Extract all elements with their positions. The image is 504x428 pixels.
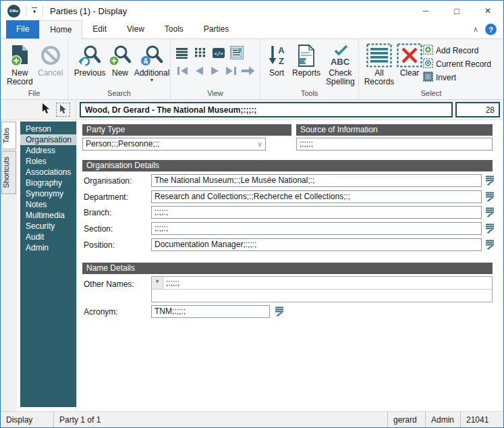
- reports-label: Reports: [292, 69, 320, 78]
- last-record-icon[interactable]: [223, 65, 239, 78]
- lookup-list-icon[interactable]: [484, 191, 495, 202]
- sort-icon: AZ: [267, 43, 287, 68]
- tab-view[interactable]: View: [117, 20, 155, 38]
- acronym-label: Acronym:: [84, 307, 118, 317]
- source-of-information-field[interactable]: ;:;;:;: [296, 138, 493, 151]
- organisation-field[interactable]: The National Museum;:;Le Musée National;…: [151, 174, 482, 187]
- maximize-button[interactable]: □: [441, 1, 472, 21]
- sidebar-item[interactable]: Security: [20, 221, 76, 232]
- grid-view-icon[interactable]: [194, 46, 207, 59]
- ribbon-group-label: Search: [68, 88, 170, 99]
- collapse-ribbon-icon[interactable]: ∧: [473, 25, 478, 34]
- tab-file[interactable]: File: [6, 20, 39, 38]
- pointer-toolbar: [1, 100, 76, 119]
- sidebar-item[interactable]: Multimedia: [20, 210, 76, 221]
- acronym-field[interactable]: TNM;:;;:;: [151, 305, 270, 318]
- position-field[interactable]: Documentation Manager;:;;:;: [151, 238, 482, 251]
- vertical-tab-tabs[interactable]: Tabs: [1, 122, 16, 149]
- invert-selection-label: Invert: [436, 73, 456, 82]
- organisation-details-header: Organisation Details: [82, 160, 493, 171]
- clear-selection-icon: [397, 43, 422, 68]
- sidebar-item[interactable]: Biography: [20, 178, 76, 188]
- ribbon-group-label: Select: [359, 88, 503, 99]
- lookup-list-icon[interactable]: [484, 175, 495, 186]
- clear-selection-button[interactable]: Clear: [396, 43, 423, 78]
- first-record-icon[interactable]: [175, 65, 191, 78]
- sidebar-item[interactable]: Roles: [20, 156, 76, 167]
- sidebar-item[interactable]: Notes: [20, 199, 76, 210]
- vertical-tab-shortcuts[interactable]: Shortcuts: [1, 151, 16, 194]
- branch-field[interactable]: ;:;;:;: [151, 206, 482, 219]
- window-controls: ─ □ ✕: [410, 1, 503, 21]
- all-records-button[interactable]: All Records: [362, 43, 396, 87]
- other-names-label: Other Names:: [84, 279, 134, 289]
- status-mode: Display: [1, 412, 53, 427]
- lookup-list-icon[interactable]: [484, 223, 495, 234]
- previous-record-icon[interactable]: [192, 65, 206, 78]
- invert-selection-button[interactable]: Invert: [423, 72, 491, 83]
- next-record-icon[interactable]: [208, 65, 222, 78]
- tab-edit[interactable]: Edit: [82, 20, 117, 38]
- status-number: 21041: [460, 412, 503, 427]
- sidebar-item[interactable]: Address: [20, 145, 76, 156]
- new-search-icon: [109, 43, 132, 68]
- reports-icon: [297, 43, 316, 68]
- party-type-select[interactable]: Person;:;Personne;:; ∨: [82, 138, 266, 151]
- ribbon: New Record Cancel File Previous: [1, 39, 503, 100]
- new-search-button[interactable]: New: [108, 43, 132, 78]
- svg-text:&: &: [143, 57, 148, 65]
- lookup-list-icon[interactable]: [274, 306, 285, 317]
- ribbon-group-file: New Record Cancel File: [1, 39, 68, 99]
- record-number: 28: [455, 102, 500, 117]
- window-title: Parties (1) - Display: [50, 6, 127, 16]
- sidebar-item[interactable]: Person: [20, 124, 76, 134]
- sort-button[interactable]: AZ Sort: [264, 43, 289, 78]
- xml-view-icon[interactable]: </>: [212, 46, 225, 59]
- sidebar-item[interactable]: Audit: [20, 232, 76, 242]
- status-bar: Display Party 1 of 1 gerard Admin 21041: [1, 411, 503, 427]
- cursor-arrow-icon[interactable]: [42, 103, 50, 117]
- organisation-label: Organisation:: [84, 176, 132, 186]
- other-names-empty-row[interactable]: [152, 290, 492, 302]
- ribbon-group-select: All Records Clear Add Record Current: [359, 39, 503, 99]
- minimize-button[interactable]: ─: [410, 1, 441, 21]
- other-names-value[interactable]: ;:;;:;: [163, 277, 492, 289]
- sidebar-item[interactable]: Synonymy: [20, 188, 76, 199]
- reports-button[interactable]: Reports: [289, 43, 323, 78]
- department-label: Department:: [84, 192, 128, 202]
- add-record-select-button[interactable]: Add Record: [423, 45, 491, 56]
- help-icon[interactable]: ?: [485, 24, 497, 35]
- additional-dropdown-icon: ▾: [150, 78, 153, 82]
- ribbon-group-label: View: [171, 88, 260, 99]
- lookup-list-icon[interactable]: [484, 207, 495, 217]
- section-field[interactable]: ;:;;:;: [151, 222, 482, 235]
- close-button[interactable]: ✕: [472, 1, 503, 21]
- cancel-button[interactable]: Cancel: [36, 43, 65, 78]
- details-view-icon[interactable]: [230, 46, 244, 59]
- new-record-button[interactable]: New Record: [4, 43, 36, 87]
- drag-select-icon[interactable]: [56, 103, 70, 117]
- svg-text:</>: </>: [214, 50, 223, 56]
- tab-home[interactable]: Home: [39, 20, 82, 39]
- sidebar-item[interactable]: Admin: [20, 242, 76, 253]
- other-names-row[interactable]: * ;:;;:;: [152, 277, 492, 290]
- current-record-select-button[interactable]: Current Record: [423, 58, 491, 70]
- check-spelling-icon: ABC: [327, 43, 354, 68]
- additional-search-button[interactable]: & Additional ▾: [132, 43, 171, 83]
- add-record-select-icon: [423, 45, 433, 57]
- check-spelling-button[interactable]: ABC Check Spelling: [323, 43, 358, 87]
- sort-label: Sort: [269, 69, 284, 78]
- cancel-label: Cancel: [38, 69, 63, 78]
- sidebar-item[interactable]: Organisation: [20, 134, 76, 145]
- previous-search-button[interactable]: Previous: [72, 43, 108, 78]
- tab-tools[interactable]: Tools: [155, 20, 194, 38]
- tab-list: Person Organisation Address Roles Associ…: [20, 122, 76, 407]
- goto-record-icon[interactable]: [240, 65, 256, 78]
- quick-access-dropdown-icon[interactable]: ▾: [32, 7, 37, 14]
- lookup-list-icon[interactable]: [484, 239, 495, 250]
- sidebar-item[interactable]: Associations: [20, 167, 76, 178]
- list-view-icon[interactable]: [175, 46, 189, 59]
- tab-parties[interactable]: Parties: [194, 20, 239, 38]
- department-field[interactable]: Research and Collections;:;Recherche et …: [151, 190, 482, 203]
- other-names-grid[interactable]: * ;:;;:;: [151, 276, 493, 302]
